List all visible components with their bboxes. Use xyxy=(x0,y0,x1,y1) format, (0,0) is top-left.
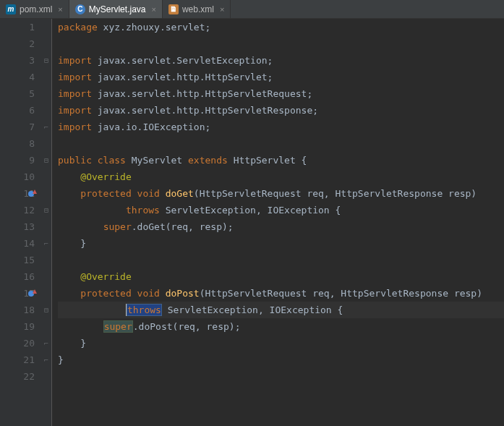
line-number: 12 xyxy=(0,202,35,218)
override-marker-icon[interactable] xyxy=(25,185,38,202)
tab-label: pom.xml xyxy=(20,4,52,14)
fold-end-icon[interactable]: ⌐ xyxy=(40,352,52,368)
tab-webxml[interactable]: 🗎 web.xml × xyxy=(163,0,231,18)
code-line[interactable]: } xyxy=(58,235,504,252)
fold-collapse-icon[interactable]: ⊟ xyxy=(40,302,52,318)
editor-tabs: m pom.xml × C MyServlet.java × 🗎 web.xml… xyxy=(0,0,504,19)
code-editor[interactable]: 1 2 3 4 5 6 7 8 9 10 11 12 13 14 15 16 1… xyxy=(0,19,504,426)
line-number: 2 xyxy=(0,35,35,52)
close-icon[interactable]: × xyxy=(151,5,155,14)
code-line[interactable] xyxy=(58,252,504,268)
fold-collapse-icon[interactable]: ⊟ xyxy=(40,152,52,169)
code-line[interactable]: super.doGet(req, resp); xyxy=(58,218,504,235)
tab-label: MyServlet.java xyxy=(89,4,146,14)
tab-myservlet[interactable]: C MyServlet.java × xyxy=(69,0,163,18)
line-number: 5 xyxy=(0,85,35,102)
code-line[interactable]: } xyxy=(58,335,504,352)
code-line[interactable]: throws ServletException, IOException { xyxy=(58,202,504,218)
line-number: 19 xyxy=(0,318,35,335)
close-icon[interactable]: × xyxy=(220,5,224,14)
code-line[interactable]: @Override xyxy=(58,268,504,285)
line-number: 8 xyxy=(0,135,35,152)
line-number-gutter: 1 2 3 4 5 6 7 8 9 10 11 12 13 14 15 16 1… xyxy=(0,19,40,426)
code-line[interactable]: import javax.servlet.http.HttpServletRes… xyxy=(58,102,504,119)
code-line[interactable] xyxy=(58,35,504,52)
fold-end-icon[interactable]: ⌐ xyxy=(40,235,52,252)
line-number: 10 xyxy=(0,169,35,185)
override-marker-icon[interactable] xyxy=(25,285,38,302)
code-line[interactable]: import javax.servlet.http.HttpServlet; xyxy=(58,69,504,85)
line-number: 13 xyxy=(0,218,35,235)
line-number: 14 xyxy=(0,235,35,252)
fold-end-icon[interactable]: ⌐ xyxy=(40,335,52,352)
line-number: 4 xyxy=(0,69,35,85)
code-line[interactable]: protected void doPost(HttpServletRequest… xyxy=(58,285,504,302)
line-number: 15 xyxy=(0,252,35,268)
code-line[interactable]: protected void doGet(HttpServletRequest … xyxy=(58,185,504,202)
tab-pom[interactable]: m pom.xml × xyxy=(0,0,69,18)
line-number: 22 xyxy=(0,368,35,385)
code-line[interactable]: import java.io.IOException; xyxy=(58,119,504,135)
code-line[interactable]: super.doPost(req, resp); xyxy=(58,318,504,335)
fold-collapse-icon[interactable]: ⊟ xyxy=(40,52,52,69)
fold-collapse-icon[interactable]: ⊟ xyxy=(40,202,52,218)
code-line[interactable]: } xyxy=(58,352,504,368)
line-number: 21 xyxy=(0,352,35,368)
line-number: 20 xyxy=(0,335,35,352)
code-line-current[interactable]: throws ServletException, IOException { xyxy=(58,302,504,318)
code-line[interactable] xyxy=(58,135,504,152)
line-number: 18 xyxy=(0,302,35,318)
line-number: 1 xyxy=(0,19,35,35)
close-icon[interactable]: × xyxy=(58,5,62,14)
code-line[interactable]: import javax.servlet.http.HttpServletReq… xyxy=(58,85,504,102)
fold-end-icon[interactable]: ⌐ xyxy=(40,119,52,135)
line-number: 6 xyxy=(0,102,35,119)
fold-gutter: ⊟ ⌐ ⊟ ⊟ ⌐ ⊟ ⌐ ⌐ xyxy=(40,19,52,426)
line-number: 3 xyxy=(0,52,35,69)
text-cursor xyxy=(126,304,127,316)
code-area[interactable]: package xyz.zhouxy.servlet; import javax… xyxy=(52,19,504,426)
code-line[interactable]: @Override xyxy=(58,169,504,185)
code-line[interactable]: import javax.servlet.ServletException; xyxy=(58,52,504,69)
xml-icon: 🗎 xyxy=(168,4,179,14)
code-line[interactable]: package xyz.zhouxy.servlet; xyxy=(58,19,504,35)
line-number: 16 xyxy=(0,268,35,285)
code-line[interactable]: public class MyServlet extends HttpServl… xyxy=(58,152,504,169)
java-class-icon: C xyxy=(75,4,85,14)
code-line[interactable] xyxy=(58,368,504,385)
line-number: 9 xyxy=(0,152,35,169)
tab-label: web.xml xyxy=(182,4,214,14)
maven-icon: m xyxy=(6,4,16,14)
line-number: 7 xyxy=(0,119,35,135)
